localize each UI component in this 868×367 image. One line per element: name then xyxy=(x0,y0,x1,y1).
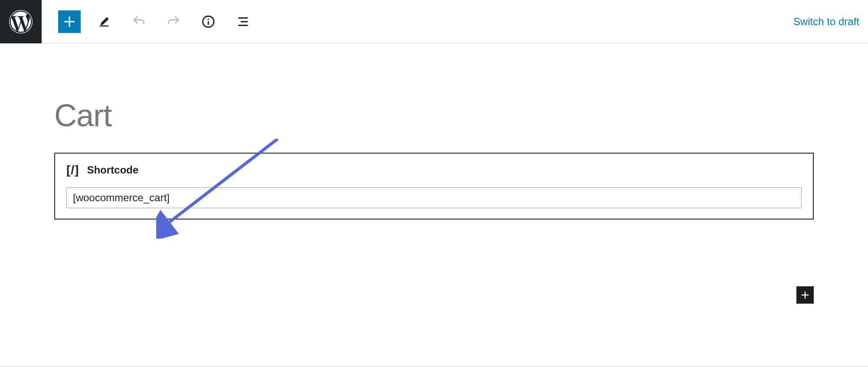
shortcode-icon: [/] xyxy=(66,163,79,177)
undo-icon xyxy=(132,14,146,29)
shortcode-label: Shortcode xyxy=(87,164,138,176)
editor-canvas: Cart [/] Shortcode xyxy=(0,43,868,220)
add-block-after-button[interactable] xyxy=(796,286,814,304)
redo-icon xyxy=(166,14,181,29)
shortcode-input[interactable] xyxy=(66,187,802,208)
shortcode-block[interactable]: [/] Shortcode xyxy=(54,153,814,220)
wordpress-logo-button[interactable] xyxy=(0,0,42,43)
svg-point-1 xyxy=(207,18,209,20)
outline-icon xyxy=(236,14,250,29)
editor-toolbar: Switch to draft xyxy=(0,0,868,43)
edit-icon xyxy=(97,14,112,29)
page-title[interactable]: Cart xyxy=(54,98,868,133)
tools-button[interactable] xyxy=(93,10,115,33)
info-icon xyxy=(201,14,216,29)
add-block-button[interactable] xyxy=(58,10,81,33)
details-button[interactable] xyxy=(197,10,220,33)
wordpress-logo-icon xyxy=(9,10,33,33)
undo-button[interactable] xyxy=(128,10,150,33)
list-view-button[interactable] xyxy=(232,10,254,33)
toolbar-left-group xyxy=(0,0,254,43)
plus-icon xyxy=(799,289,811,301)
plus-icon xyxy=(62,14,77,29)
shortcode-block-header: [/] Shortcode xyxy=(66,163,802,177)
redo-button[interactable] xyxy=(162,10,185,33)
switch-to-draft-button[interactable]: Switch to draft xyxy=(793,16,859,28)
